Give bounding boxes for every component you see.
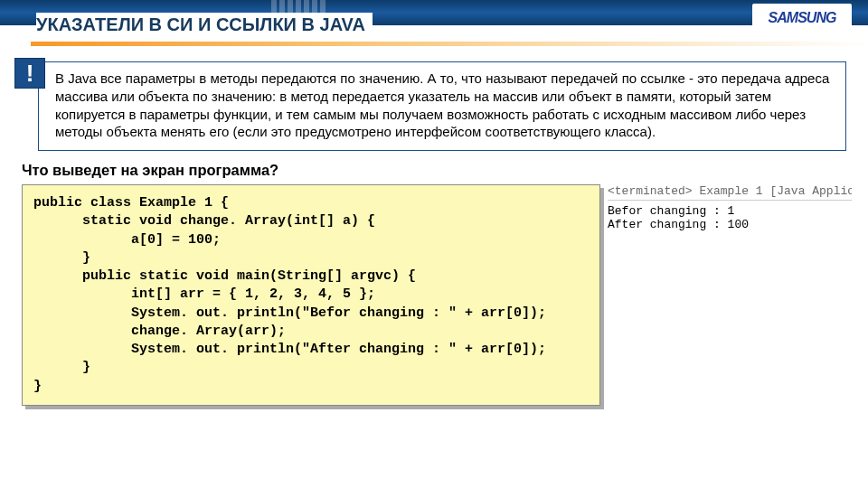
- callout-text: В Java все параметры в методы передаются…: [38, 61, 846, 151]
- slide-header: УКАЗАТЕЛИ В СИ И ССЫЛКИ В JAVA SAMSUNG: [0, 0, 868, 52]
- samsung-logo: SAMSUNG: [752, 4, 852, 33]
- console-output: <terminated> Example 1 [Java Applicati B…: [608, 184, 852, 231]
- console-line: After changing : 100: [608, 218, 852, 231]
- console-line: Befor changing : 1: [608, 204, 852, 218]
- exclamation-icon: !: [14, 58, 45, 89]
- header-underline: [31, 42, 868, 46]
- slide-title: УКАЗАТЕЛИ В СИ И ССЫЛКИ В JAVA: [36, 13, 373, 37]
- code-sample: public class Example 1 { static void cha…: [22, 184, 600, 406]
- question-text: Что выведет на экран программа?: [22, 162, 846, 179]
- info-callout: ! В Java все параметры в методы передают…: [22, 61, 846, 151]
- content-row: public class Example 1 { static void cha…: [22, 184, 846, 406]
- console-header: <terminated> Example 1 [Java Applicati: [608, 184, 852, 201]
